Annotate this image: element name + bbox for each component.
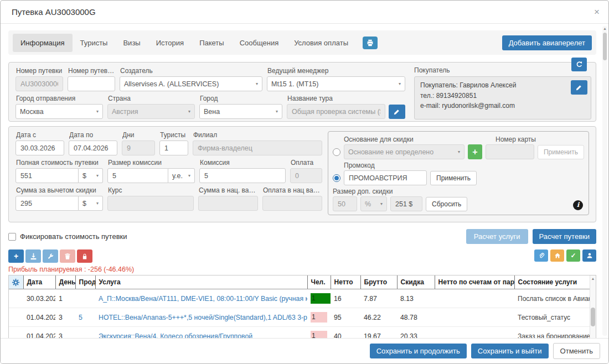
creator-select[interactable]: Allservises A. (ALLSERVICES)▾ xyxy=(120,76,262,91)
attach-button[interactable] xyxy=(534,249,548,262)
column-settings-button[interactable] xyxy=(9,275,23,289)
tour-name-field: Название тура xyxy=(287,95,405,119)
tools-service-button[interactable] xyxy=(43,249,58,263)
days-input[interactable] xyxy=(122,141,155,155)
header-status[interactable]: Состояние услуги xyxy=(514,275,590,289)
edit-tour-button[interactable] xyxy=(389,105,405,119)
home-button[interactable] xyxy=(550,249,564,262)
sum-after-discount-input[interactable] xyxy=(16,196,79,211)
full-cost-input[interactable] xyxy=(16,168,79,183)
tab-visas[interactable]: Визы xyxy=(115,34,148,52)
header-partner-netto[interactable]: Нетто по счетам от партнера xyxy=(435,275,514,289)
edit-buyer-button[interactable] xyxy=(571,80,587,95)
tour-name-input[interactable] xyxy=(287,104,385,119)
header-netto[interactable]: Нетто xyxy=(331,275,360,289)
header-discount[interactable]: Скидка xyxy=(397,275,435,289)
date-to-input[interactable] xyxy=(69,141,117,155)
apply-card-button[interactable]: Применить xyxy=(538,145,584,159)
tab-packages[interactable]: Пакеты xyxy=(192,34,232,52)
info-icon[interactable]: i xyxy=(573,200,583,210)
cell-service[interactable]: А_П::Москва/Вена/АТ111, DME-VIE1, 08:00-… xyxy=(95,289,307,308)
promo-radio[interactable] xyxy=(333,174,340,182)
modal-header: Путевка AU3003000G × xyxy=(1,1,608,24)
scrollbar-thumb[interactable] xyxy=(591,308,595,326)
calc-service-button[interactable]: Расчет услуги xyxy=(466,229,528,244)
lock-service-button[interactable] xyxy=(77,249,92,263)
extra-discount-percent-input[interactable] xyxy=(333,196,357,211)
tourists-input[interactable] xyxy=(159,141,188,155)
sum-after-discount-currency-select[interactable]: $▾ xyxy=(79,196,103,211)
commission-rate-label: Размер комиссии xyxy=(108,159,195,167)
commission-input[interactable] xyxy=(199,168,286,183)
cell-partner-netto xyxy=(435,308,514,327)
header-service[interactable]: Услуга xyxy=(95,275,307,289)
cell-service[interactable]: HOTEL::Вена/Ananas-5+++*,5 ночей/Single(… xyxy=(95,308,307,327)
save-exit-button[interactable]: Сохранить и выйти xyxy=(471,344,549,358)
header-brutto[interactable]: Брутто xyxy=(360,275,397,289)
scrollbar-thumb[interactable] xyxy=(603,33,607,60)
header-people[interactable]: Чел. xyxy=(307,275,331,289)
full-cost-currency-select[interactable]: $▾ xyxy=(79,168,103,183)
payment-national-input[interactable] xyxy=(262,196,322,211)
extra-discount-unit-select[interactable]: %▾ xyxy=(360,196,387,211)
export-service-button[interactable] xyxy=(25,249,41,263)
tab-information[interactable]: Информация xyxy=(13,34,73,52)
cell-netto: 95 xyxy=(331,308,360,327)
header-prod[interactable]: Прод. xyxy=(75,275,95,289)
add-basis-button[interactable]: + xyxy=(468,144,482,159)
commission-label: Комиссия xyxy=(200,159,286,167)
table-row[interactable]: 01.04.2026 3 5 HOTEL::Вена/Ananas-5+++*,… xyxy=(9,308,590,327)
refresh-button[interactable] xyxy=(571,58,587,71)
reset-discount-button[interactable]: Сбросить xyxy=(426,197,467,211)
buyer-box: Покупатель: Гаврилов Алексей тел.: 89134… xyxy=(414,76,591,119)
branch-input[interactable] xyxy=(193,141,322,155)
rate-input[interactable] xyxy=(107,196,194,211)
header-date[interactable]: Дата xyxy=(23,275,55,289)
commission-unit-select[interactable]: у.е.▾ xyxy=(168,168,195,183)
discount-basis-select[interactable]: Основание не определено▾ xyxy=(344,144,465,159)
tab-payment-terms[interactable]: Условия оплаты xyxy=(286,34,356,52)
tab-tourists[interactable]: Туристы xyxy=(73,34,116,52)
promo-input[interactable] xyxy=(344,170,427,185)
date-from-input[interactable] xyxy=(16,141,64,155)
sum-national-input[interactable] xyxy=(198,196,258,211)
city-select[interactable]: Вена▾ xyxy=(199,104,282,119)
add-service-button[interactable]: + xyxy=(8,249,24,263)
extra-discount-amount-input[interactable] xyxy=(390,196,422,211)
tab-history[interactable]: История xyxy=(148,34,192,52)
delete-service-button[interactable] xyxy=(60,249,75,263)
table-row[interactable]: 30.03.2026 1 А_П::Москва/Вена/АТ111, DME… xyxy=(9,289,590,308)
scroll-up-icon[interactable]: ▲ xyxy=(602,27,607,30)
confirm-button[interactable]: ✓ xyxy=(566,249,580,262)
fix-cost-checkbox[interactable] xyxy=(8,233,16,241)
full-cost-field: Полная стоимость путевки $▾ xyxy=(16,159,103,183)
departure-city-select[interactable]: Москва▾ xyxy=(16,104,103,119)
toolbar-right: ✓ xyxy=(534,249,596,262)
calc-voucher-button[interactable]: Расчет путевки xyxy=(533,229,596,244)
discount-basis-radio[interactable] xyxy=(333,148,340,156)
voucher-number-alt-input[interactable] xyxy=(68,76,115,91)
print-button[interactable] xyxy=(363,37,378,49)
modal-scrollbar[interactable]: ▲ xyxy=(602,26,607,336)
commission-rate-input[interactable] xyxy=(107,168,168,183)
tourist-button[interactable] xyxy=(582,249,596,262)
extra-discount-label: Размер доп. скидки xyxy=(333,188,393,195)
cancel-button[interactable]: Отменить xyxy=(553,343,600,359)
voucher-number-input[interactable] xyxy=(16,76,63,91)
refresh-icon xyxy=(576,61,583,68)
card-number-input[interactable] xyxy=(486,144,534,159)
scroll-up-icon[interactable]: ▲ xyxy=(590,277,596,280)
date-to-field: Дата по xyxy=(69,131,117,155)
save-continue-button[interactable]: Сохранить и продолжить xyxy=(370,344,467,358)
manager-select[interactable]: Mt15 1. (MT15)▾ xyxy=(267,76,405,91)
apply-promo-button[interactable]: Применить xyxy=(430,171,477,185)
header-day[interactable]: День xyxy=(55,275,75,289)
add-flight-button[interactable]: Добавить авиаперелет xyxy=(502,35,592,50)
payment-input[interactable] xyxy=(290,168,322,183)
tab-messages[interactable]: Сообщения xyxy=(232,34,287,52)
card-number-label: Номер карты xyxy=(496,136,584,143)
close-icon[interactable]: × xyxy=(594,1,600,23)
country-select[interactable]: Австрия▾ xyxy=(107,104,195,119)
chevron-down-icon: ▾ xyxy=(458,149,460,154)
manager-field: Ведущий менеджер Mt15 1. (MT15)▾ xyxy=(267,67,405,91)
